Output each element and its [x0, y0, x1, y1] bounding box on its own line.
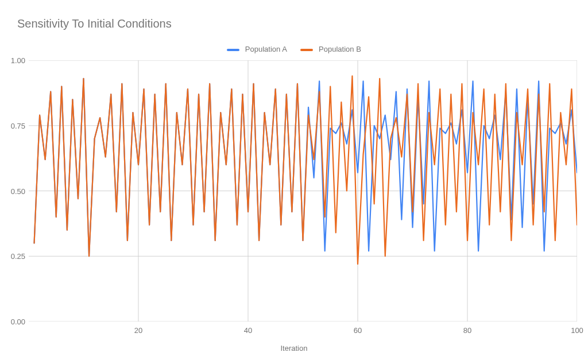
legend-item-b: Population B [300, 45, 361, 53]
y-tick-label: 0.75 [2, 121, 25, 130]
x-tick-label: 80 [463, 326, 471, 335]
chart-container: Sensitivity To Initial Conditions Popula… [0, 0, 588, 364]
y-tick-label: 0.50 [2, 187, 25, 195]
legend-swatch-b [300, 49, 313, 51]
legend-label-a: Population A [245, 45, 287, 53]
x-axis-label: Iteration [0, 344, 588, 353]
chart-title: Sensitivity To Initial Conditions [17, 17, 172, 30]
y-tick-label: 0.25 [2, 252, 25, 261]
y-tick-label: 0.00 [2, 317, 25, 326]
plot-area [29, 60, 577, 322]
x-tick-label: 100 [571, 326, 583, 335]
legend-swatch-a [227, 49, 239, 51]
y-tick-label: 1.00 [2, 56, 25, 65]
legend-label-b: Population B [319, 45, 361, 53]
x-tick-label: 60 [354, 326, 362, 335]
legend: Population A Population B [0, 45, 588, 53]
x-tick-label: 40 [244, 326, 252, 335]
legend-item-a: Population A [227, 45, 287, 53]
x-tick-label: 20 [134, 326, 142, 335]
